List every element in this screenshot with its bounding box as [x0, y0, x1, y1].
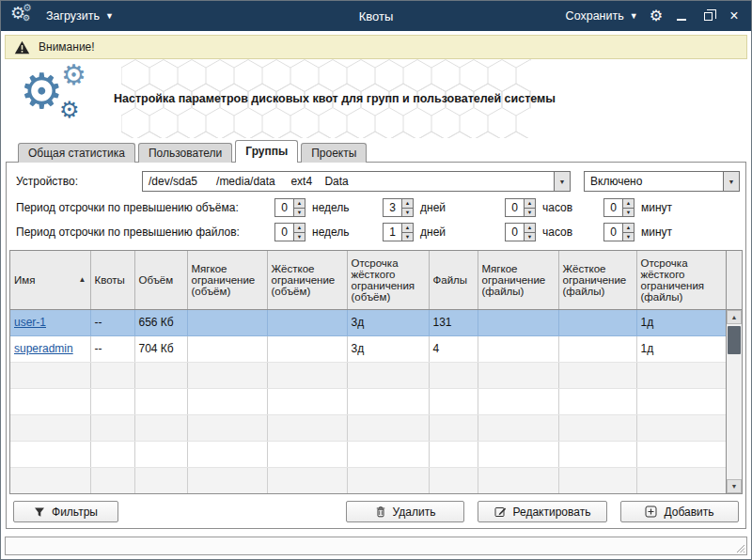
- table-cell: [187, 335, 267, 362]
- volume-minutes-spinner[interactable]: 0 ▲▼: [603, 198, 634, 217]
- table-row-empty[interactable]: [10, 414, 728, 441]
- filters-button-label: Фильтры: [52, 506, 98, 519]
- grace-volume-label: Период отсрочки по превышению объёма:: [16, 201, 274, 214]
- table-cell: [187, 309, 267, 335]
- column-header[interactable]: Имя▲: [10, 251, 90, 309]
- table-cell: [558, 309, 636, 335]
- spin-down-icon[interactable]: ▼: [623, 208, 634, 217]
- minimize-icon: [677, 19, 686, 21]
- chevron-down-icon[interactable]: ▼: [723, 172, 739, 191]
- chevron-down-icon[interactable]: ▼: [554, 172, 570, 191]
- vertical-scrollbar[interactable]: ▲ ▼: [726, 251, 742, 493]
- spin-up-icon[interactable]: ▲: [525, 224, 535, 232]
- files-weeks-spinner[interactable]: 0 ▲▼: [274, 223, 306, 241]
- column-header[interactable]: Жёсткое ограничение (объём): [267, 251, 347, 309]
- table-row-empty[interactable]: [10, 362, 728, 388]
- spin-down-icon[interactable]: ▼: [294, 208, 305, 217]
- minimize-button[interactable]: [674, 8, 689, 24]
- column-header[interactable]: Отсрочка жёсткого ограничения (файлы): [636, 251, 728, 309]
- volume-hours-spinner[interactable]: 0 ▲▼: [505, 198, 536, 217]
- scroll-up-button[interactable]: ▲: [727, 310, 742, 324]
- column-header-label: Мягкое ограничение (файлы): [482, 263, 555, 297]
- quota-state-select[interactable]: Включено ▼: [584, 171, 740, 192]
- spin-down-icon[interactable]: ▼: [525, 208, 535, 217]
- titlebar-left: ⚙ ⚙ ⚙ Загрузить ▼: [10, 4, 114, 28]
- files-minutes-spinner[interactable]: 0 ▲▼: [603, 223, 634, 241]
- spin-up-icon[interactable]: ▲: [623, 199, 634, 208]
- table-cell: [347, 441, 429, 467]
- column-header[interactable]: Файлы: [429, 251, 478, 309]
- scrollbar-thumb[interactable]: [728, 326, 741, 354]
- volume-weeks-spinner[interactable]: 0 ▲▼: [274, 198, 306, 217]
- table-cell: [187, 362, 267, 388]
- user-name-link[interactable]: superadmin: [14, 342, 73, 355]
- gear-icon: ⚙: [61, 61, 86, 89]
- spin-up-icon[interactable]: ▲: [402, 199, 413, 208]
- load-menu-button[interactable]: Загрузить ▼: [46, 9, 114, 23]
- resize-grip[interactable]: [734, 542, 745, 553]
- column-header[interactable]: Мягкое ограничение (файлы): [478, 251, 558, 309]
- volume-days-spinner[interactable]: 3 ▲▼: [383, 198, 414, 217]
- settings-gear-icon[interactable]: ⚙: [650, 8, 663, 23]
- spin-down-icon[interactable]: ▼: [402, 208, 413, 217]
- table-row[interactable]: user-1--656 Кб3д1311д: [10, 309, 728, 335]
- spin-up-icon[interactable]: ▲: [623, 224, 634, 232]
- grace-files-row: Период отсрочки по превышению файлов: 0 …: [7, 220, 745, 244]
- table-cell: [90, 388, 134, 414]
- table-cell: [636, 441, 728, 467]
- table-cell: [187, 414, 267, 441]
- column-header[interactable]: Объём: [134, 251, 187, 309]
- table-cell: [429, 467, 478, 493]
- tab-groups[interactable]: Группы: [235, 140, 298, 163]
- spin-down-icon[interactable]: ▼: [294, 232, 305, 241]
- tab-users[interactable]: Пользователи: [138, 143, 232, 163]
- status-bar: [5, 537, 747, 555]
- scrollbar-track[interactable]: [727, 354, 742, 479]
- table-cell: [347, 388, 429, 414]
- header-section: ⚙ ⚙ ⚙ Настройка параметров дисковых квот…: [1, 59, 751, 138]
- table-cell: [10, 441, 90, 467]
- tab-projects[interactable]: Проекты: [301, 143, 367, 163]
- table-cell: [267, 309, 347, 335]
- add-button[interactable]: Добавить: [620, 501, 739, 522]
- column-header[interactable]: Мягкое ограничение (объём): [187, 251, 267, 309]
- spin-down-icon[interactable]: ▼: [525, 232, 535, 241]
- quota-table-grid: Имя▲КвотыОбъёмМягкое ограничение (объём)…: [10, 251, 728, 494]
- edit-button[interactable]: Редактировать: [478, 501, 607, 522]
- spin-down-icon[interactable]: ▼: [623, 232, 634, 241]
- table-cell: [347, 362, 429, 388]
- table-row-empty[interactable]: [10, 467, 728, 493]
- device-select[interactable]: /dev/sda5 /media/data ext4 Data ▼: [142, 171, 571, 192]
- spin-down-icon[interactable]: ▼: [402, 232, 413, 241]
- files-days-spinner[interactable]: 1 ▲▼: [383, 223, 414, 241]
- spin-up-icon[interactable]: ▲: [294, 224, 305, 232]
- table-row-empty[interactable]: [10, 388, 728, 414]
- table-row[interactable]: superadmin--704 Кб3д41д: [10, 335, 728, 362]
- save-menu-button[interactable]: Сохранить ▼: [566, 9, 638, 23]
- spin-up-icon[interactable]: ▲: [294, 199, 305, 208]
- column-header[interactable]: Квоты: [90, 251, 134, 309]
- gears-logo: ⚙ ⚙ ⚙: [16, 65, 106, 132]
- main-panel: Устройство: /dev/sda5 /media/data ext4 D…: [6, 162, 746, 529]
- table-row-empty[interactable]: [10, 441, 728, 467]
- files-hours-spinner[interactable]: 0 ▲▼: [505, 223, 536, 241]
- table-cell: [478, 414, 558, 441]
- tab-general-stats[interactable]: Общая статистика: [18, 143, 135, 163]
- close-button[interactable]: ×: [727, 8, 742, 24]
- scroll-down-button[interactable]: ▼: [727, 479, 742, 493]
- table-cell: [478, 467, 558, 493]
- table-cell: [90, 362, 134, 388]
- maximize-button[interactable]: [700, 8, 715, 24]
- window-title: Квоты: [359, 9, 394, 23]
- table-cell: [429, 414, 478, 441]
- column-header[interactable]: Отсрочка жёсткого ограничения (объём): [347, 251, 429, 309]
- spin-up-icon[interactable]: ▲: [402, 224, 413, 232]
- table-cell: [10, 362, 90, 388]
- column-header[interactable]: Жёсткое ограничение (файлы): [558, 251, 636, 309]
- delete-button[interactable]: Удалить: [346, 501, 464, 522]
- table-cell: user-1: [10, 309, 90, 335]
- filters-button[interactable]: Фильтры: [13, 501, 118, 522]
- user-name-link[interactable]: user-1: [14, 316, 46, 329]
- spin-up-icon[interactable]: ▲: [525, 199, 535, 208]
- table-cell: [558, 335, 636, 362]
